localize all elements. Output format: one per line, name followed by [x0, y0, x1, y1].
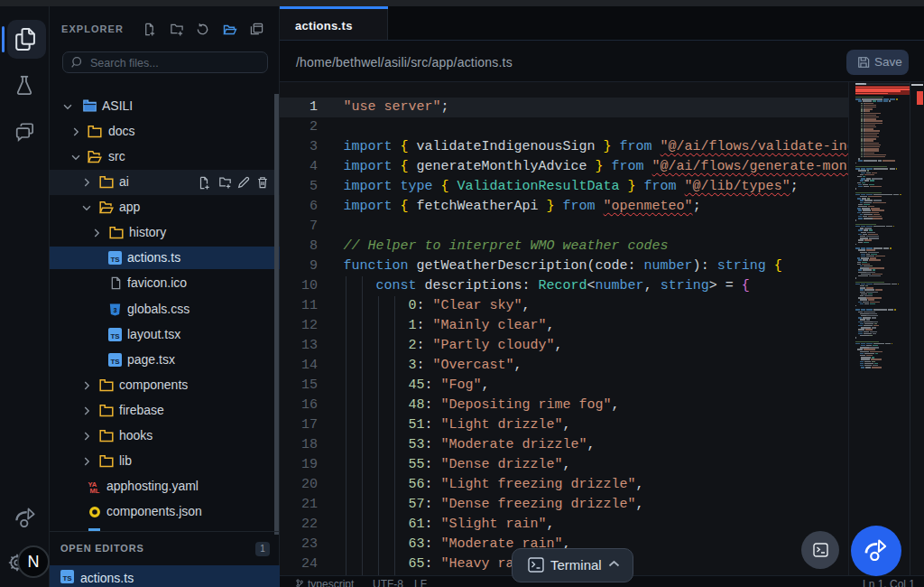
svg-text:ML: ML	[90, 487, 100, 494]
svg-text:3: 3	[113, 306, 116, 314]
